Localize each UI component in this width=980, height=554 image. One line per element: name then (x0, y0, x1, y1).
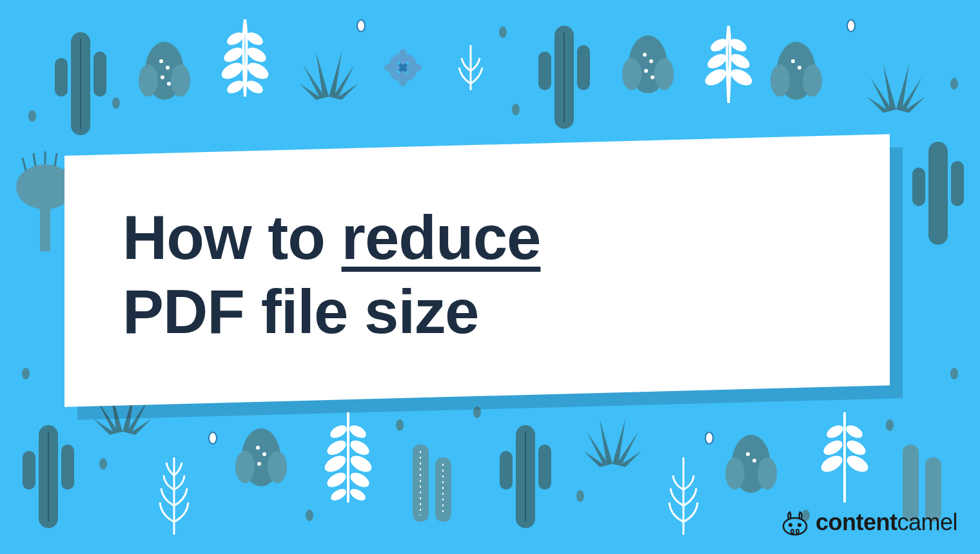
svg-point-29 (222, 44, 246, 65)
svg-point-16 (622, 58, 642, 90)
svg-point-116 (798, 523, 801, 527)
svg-point-11 (159, 59, 163, 63)
svg-point-113 (22, 368, 30, 379)
svg-point-13 (161, 75, 164, 79)
svg-point-21 (651, 75, 654, 79)
svg-rect-2 (93, 52, 106, 97)
svg-rect-63 (23, 451, 35, 490)
title-card: How to reduce PDF file size (64, 134, 890, 407)
svg-point-55 (28, 110, 36, 122)
svg-rect-64 (61, 444, 74, 490)
svg-point-14 (167, 82, 171, 86)
svg-point-56 (950, 78, 958, 90)
svg-point-106 (396, 419, 404, 431)
svg-point-32 (244, 59, 271, 82)
svg-point-81 (348, 486, 368, 502)
svg-point-80 (329, 486, 348, 502)
svg-point-53 (512, 104, 520, 115)
svg-point-76 (322, 452, 348, 475)
svg-rect-1 (55, 58, 68, 97)
svg-point-17 (654, 58, 674, 90)
svg-point-79 (348, 470, 372, 490)
camel-icon (779, 507, 810, 538)
svg-point-10 (171, 64, 190, 97)
title-line2: PDF file size (122, 277, 479, 346)
title-underlined-word: reduce (342, 203, 541, 272)
svg-rect-60 (912, 167, 925, 206)
svg-point-92 (758, 457, 777, 490)
svg-point-77 (348, 452, 374, 475)
svg-point-117 (791, 530, 794, 533)
svg-point-109 (705, 432, 713, 444)
svg-point-112 (950, 368, 958, 379)
svg-point-12 (166, 66, 170, 70)
svg-point-118 (796, 530, 799, 533)
svg-point-52 (499, 26, 507, 38)
svg-point-78 (325, 470, 349, 490)
brand-logo: contentcamel (779, 507, 957, 538)
svg-rect-59 (928, 142, 948, 245)
svg-point-99 (818, 452, 845, 475)
svg-point-72 (328, 423, 349, 441)
logo-text-bold: content (816, 509, 897, 535)
svg-point-38 (729, 51, 752, 72)
logo-text-light: camel (897, 509, 957, 535)
svg-point-105 (306, 510, 313, 521)
svg-point-68 (268, 451, 287, 483)
svg-point-31 (219, 59, 245, 82)
svg-point-20 (644, 69, 648, 73)
svg-point-24 (803, 64, 822, 97)
svg-point-115 (789, 523, 792, 527)
svg-point-108 (576, 490, 584, 502)
svg-point-100 (844, 452, 870, 475)
svg-rect-6 (577, 45, 590, 90)
svg-point-30 (245, 44, 269, 65)
logo-text: contentcamel (816, 509, 957, 536)
svg-point-26 (798, 66, 801, 70)
svg-point-39 (702, 66, 729, 88)
svg-rect-61 (951, 161, 964, 206)
svg-rect-87 (500, 451, 513, 490)
svg-point-69 (256, 446, 260, 450)
svg-point-40 (728, 66, 754, 88)
svg-point-94 (752, 459, 756, 463)
svg-point-9 (139, 64, 158, 97)
svg-point-104 (209, 432, 217, 444)
title-line1-part1: How to (122, 203, 342, 272)
svg-rect-5 (538, 52, 551, 90)
svg-point-93 (746, 452, 750, 456)
svg-point-71 (257, 462, 261, 466)
svg-point-25 (791, 59, 795, 63)
svg-point-75 (348, 437, 372, 458)
svg-point-33 (225, 78, 246, 96)
svg-point-67 (235, 451, 255, 483)
svg-point-37 (705, 51, 729, 72)
svg-point-98 (845, 437, 868, 458)
main-title: How to reduce PDF file size (122, 200, 540, 349)
svg-point-114 (783, 518, 807, 535)
svg-rect-58 (40, 200, 50, 251)
svg-point-103 (99, 458, 107, 470)
svg-point-111 (886, 419, 894, 431)
svg-rect-88 (538, 444, 551, 490)
svg-point-51 (357, 20, 365, 32)
svg-point-73 (348, 423, 368, 441)
svg-point-23 (770, 64, 790, 97)
svg-point-54 (847, 20, 855, 32)
svg-point-95 (825, 423, 845, 441)
svg-point-70 (262, 452, 266, 456)
svg-point-50 (112, 97, 120, 109)
svg-point-97 (821, 437, 845, 458)
svg-point-34 (244, 78, 265, 96)
svg-point-74 (325, 437, 349, 458)
svg-point-18 (643, 53, 647, 57)
svg-point-19 (649, 59, 653, 63)
svg-point-96 (844, 423, 865, 441)
svg-point-91 (725, 457, 745, 490)
